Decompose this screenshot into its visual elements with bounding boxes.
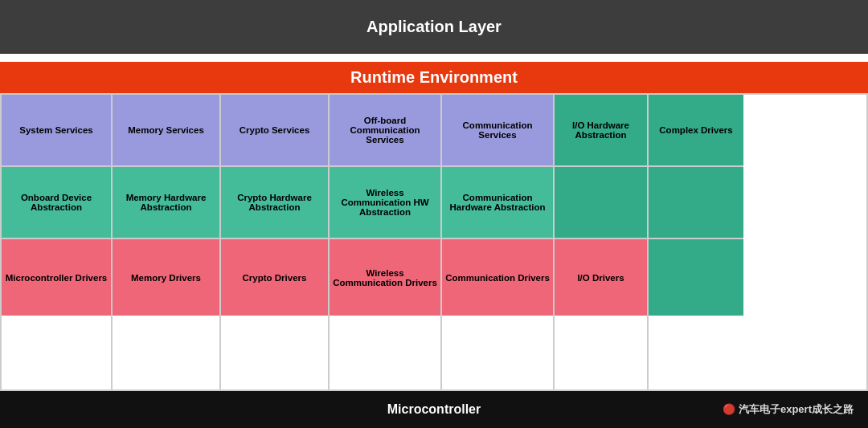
memory-services-label: Memory Services (128, 125, 204, 135)
complex-drivers-services-cell: Complex Drivers (649, 95, 743, 167)
app-layer-label: Application Layer (366, 18, 502, 35)
onboard-abstraction-label: Onboard Device Abstraction (5, 193, 108, 212)
onboard-abstraction-cell: Onboard Device Abstraction (2, 167, 111, 239)
wireless-drivers-cell: Wireless Communication Drivers (330, 239, 440, 316)
main-wrapper: Application Layer Runtime Environment Sy… (0, 0, 868, 428)
microcontroller-label: Microcontroller (387, 402, 481, 416)
col-system: System Services Onboard Device Abstracti… (2, 95, 113, 389)
crypto-services-label: Crypto Services (240, 125, 310, 135)
comm-abstraction-label: Communication Hardware Abstraction (445, 193, 550, 212)
runtime-environment-bar: Runtime Environment (0, 62, 868, 93)
memory-drivers-label: Memory Drivers (131, 273, 201, 283)
col-offboard: Off-board Communication Services Wireles… (330, 95, 442, 389)
microcontroller-bar: Microcontroller 🔴 汽车电子expert成长之路 (0, 391, 868, 428)
crypto-abstraction-label: Crypto Hardware Abstraction (224, 193, 325, 212)
io-drivers-label: I/O Drivers (577, 273, 624, 283)
crypto-drivers-cell: Crypto Drivers (221, 239, 328, 316)
memory-drivers-cell: Memory Drivers (113, 239, 219, 316)
complex-empty-abstraction-cell (649, 167, 743, 239)
microcontroller-drivers-cell: Microcontroller Drivers (2, 239, 111, 316)
col-crypto: Crypto Services Crypto Hardware Abstract… (221, 95, 330, 389)
system-services-cell: System Services (2, 95, 111, 167)
application-layer: Application Layer (0, 0, 868, 54)
col-io: I/O Hardware Abstraction I/O Drivers (555, 95, 649, 389)
col-memory: Memory Services Memory Hardware Abstract… (113, 95, 221, 389)
io-hardware-abstraction-label: I/O Hardware Abstraction (558, 120, 644, 140)
col-complex: Complex Drivers (649, 95, 743, 389)
complex-empty-drivers-cell (649, 239, 743, 316)
complex-drivers-label: Complex Drivers (659, 125, 732, 135)
comm-services-label: Communication Services (445, 120, 550, 140)
microcontroller-drivers-label: Microcontroller Drivers (6, 273, 108, 283)
crypto-services-cell: Crypto Services (221, 95, 328, 167)
crypto-drivers-label: Crypto Drivers (243, 273, 307, 283)
crypto-abstraction-cell: Crypto Hardware Abstraction (221, 167, 328, 239)
io-drivers-cell: I/O Drivers (555, 239, 647, 316)
io-hardware-abstraction-cell: I/O Hardware Abstraction (555, 95, 647, 167)
io-empty-abstraction-cell (555, 167, 647, 239)
comm-drivers-cell: Communication Drivers (442, 239, 553, 316)
memory-abstraction-cell: Memory Hardware Abstraction (113, 167, 219, 239)
comm-abstraction-cell: Communication Hardware Abstraction (442, 167, 553, 239)
system-services-label: System Services (19, 125, 92, 135)
watermark: 🔴 汽车电子expert成长之路 (723, 402, 854, 417)
offboard-services-cell: Off-board Communication Services (330, 95, 440, 167)
comm-services-cell: Communication Services (442, 95, 553, 167)
main-grid: System Services Onboard Device Abstracti… (0, 93, 868, 391)
wireless-abstraction-label: Wireless Communication HW Abstraction (333, 188, 437, 217)
wireless-abstraction-cell: Wireless Communication HW Abstraction (330, 167, 440, 239)
runtime-label: Runtime Environment (350, 68, 518, 86)
memory-abstraction-label: Memory Hardware Abstraction (116, 193, 216, 212)
wireless-drivers-label: Wireless Communication Drivers (333, 268, 437, 287)
col-comm: Communication Services Communication Har… (442, 95, 555, 389)
offboard-services-label: Off-board Communication Services (333, 116, 437, 145)
memory-services-cell: Memory Services (113, 95, 219, 167)
comm-drivers-label: Communication Drivers (445, 273, 550, 283)
gap-spacer (0, 54, 868, 62)
